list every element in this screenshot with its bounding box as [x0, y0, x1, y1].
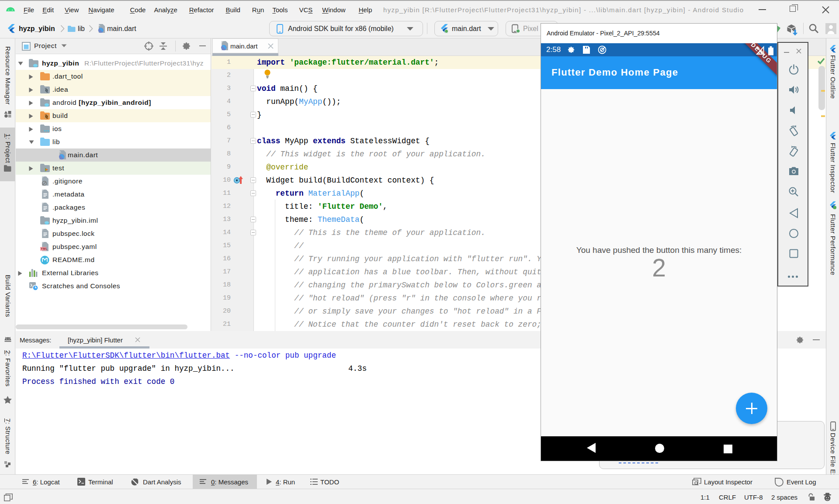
svg-text:YML: YML — [41, 247, 48, 250]
